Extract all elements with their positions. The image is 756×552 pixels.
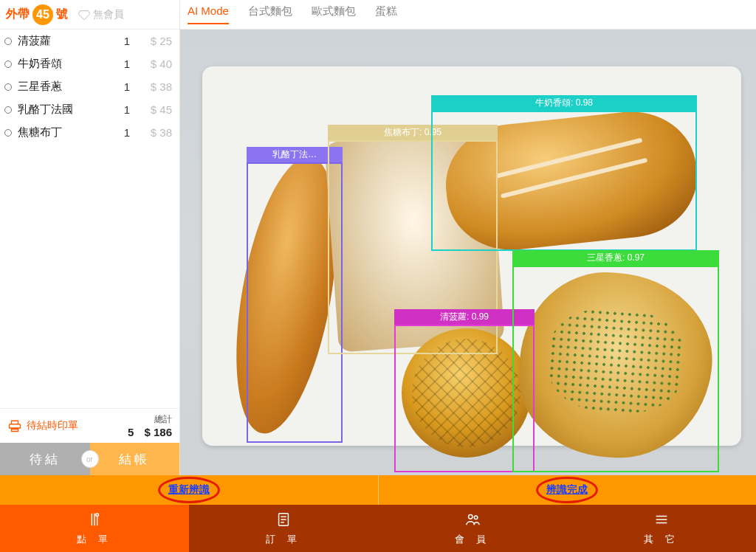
item-qty: 1: [116, 103, 138, 116]
item-name: 牛奶香頌: [18, 57, 116, 71]
item-price: $ 25: [138, 35, 172, 47]
tab-0[interactable]: AI Mode: [188, 4, 229, 24]
svg-point-1: [469, 514, 473, 519]
order-item[interactable]: 焦糖布丁1$ 38: [0, 121, 179, 144]
rescan-button[interactable]: 重新辨識: [168, 483, 210, 497]
item-name: 三星香蔥: [18, 80, 116, 94]
diamond-icon: [78, 10, 90, 20]
nav-label: 其 它: [644, 533, 679, 546]
totals-label: 總計: [128, 413, 172, 426]
order-type-label[interactable]: 外帶: [6, 7, 30, 22]
nav-label: 點 單: [77, 533, 112, 546]
member-button[interactable]: 無會員: [78, 8, 124, 21]
print-label: 待結時印單: [27, 419, 78, 432]
item-bullet-icon: [4, 83, 12, 91]
order-panel: 外帶 45 號 無會員 清菠蘿1$ 25牛奶香頌1$ 40三星香蔥1$ 38乳酪…: [0, 0, 180, 475]
order-item[interactable]: 三星香蔥1$ 38: [0, 75, 179, 98]
nav-orders[interactable]: 訂 單: [189, 505, 378, 552]
member-label: 無會員: [93, 8, 124, 21]
order-number-badge[interactable]: 45: [32, 4, 53, 25]
item-bullet-icon: [4, 129, 12, 137]
nav-member[interactable]: 會 員: [378, 505, 567, 552]
order-item[interactable]: 牛奶香頌1$ 40: [0, 52, 179, 75]
order-header: 外帶 45 號 無會員: [0, 0, 179, 30]
member-icon: [464, 511, 481, 530]
item-price: $ 38: [138, 80, 172, 93]
item-name: 乳酪丁法國: [18, 103, 116, 117]
order-item[interactable]: 乳酪丁法國1$ 45: [0, 98, 179, 121]
item-qty: 1: [116, 80, 138, 93]
nav-label: 訂 單: [266, 533, 301, 546]
totals-count: 5: [128, 426, 134, 438]
totals-amount: $ 186: [144, 426, 172, 438]
nav-other[interactable]: 其 它: [567, 505, 756, 552]
item-bullet-icon: [4, 106, 12, 114]
or-divider: or: [81, 450, 99, 468]
tab-3[interactable]: 蛋糕: [375, 4, 397, 24]
ai-action-bar: 重新辨識 辨識完成: [0, 475, 756, 505]
order-item[interactable]: 清菠蘿1$ 25: [0, 30, 179, 52]
camera-preview: 乳酪丁法…焦糖布丁: 0.95牛奶香頌: 0.98清菠蘿: 0.99三星香蔥: …: [180, 30, 756, 475]
item-bullet-icon: [4, 38, 12, 45]
other-icon: [653, 511, 670, 530]
confirm-button[interactable]: 辨識完成: [546, 483, 588, 497]
tab-1[interactable]: 台式麵包: [248, 4, 292, 24]
detection-label: 牛奶香頌: 0.98: [431, 95, 697, 111]
nav-label: 會 員: [455, 533, 490, 546]
print-on-hold-button[interactable]: 待結時印單: [7, 419, 78, 432]
checkout-button[interactable]: 結帳: [90, 443, 180, 475]
category-tabs: AI Mode台式麵包歐式麵包蛋糕: [180, 0, 756, 30]
menu-icon: [86, 511, 103, 530]
nav-menu[interactable]: 點 單: [0, 505, 189, 552]
order-totals: 總計 5 $ 186: [128, 413, 172, 438]
detection-box: 牛奶香頌: 0.98: [431, 111, 697, 251]
item-name: 清菠蘿: [18, 34, 116, 48]
hold-button[interactable]: 待結: [0, 443, 90, 475]
item-price: $ 40: [138, 58, 172, 70]
item-price: $ 45: [138, 103, 172, 116]
item-qty: 1: [116, 58, 138, 70]
order-items-list: 清菠蘿1$ 25牛奶香頌1$ 40三星香蔥1$ 38乳酪丁法國1$ 45焦糖布丁…: [0, 30, 179, 408]
detection-label: 三星香蔥: 0.97: [512, 250, 719, 266]
detection-box: 三星香蔥: 0.97: [512, 266, 719, 472]
item-price: $ 38: [138, 126, 172, 139]
bottom-nav: 點 單訂 單會 員其 它: [0, 505, 756, 552]
tab-2[interactable]: 歐式麵包: [312, 4, 356, 24]
tray: 乳酪丁法…焦糖布丁: 0.95牛奶香頌: 0.98清菠蘿: 0.99三星香蔥: …: [202, 66, 741, 446]
svg-point-2: [474, 515, 478, 519]
item-qty: 1: [116, 126, 138, 139]
orders-icon: [275, 511, 292, 530]
order-number-suffix: 號: [56, 7, 68, 22]
item-qty: 1: [116, 35, 138, 47]
item-bullet-icon: [4, 61, 12, 68]
printer-icon: [7, 419, 22, 432]
item-name: 焦糖布丁: [18, 125, 116, 139]
